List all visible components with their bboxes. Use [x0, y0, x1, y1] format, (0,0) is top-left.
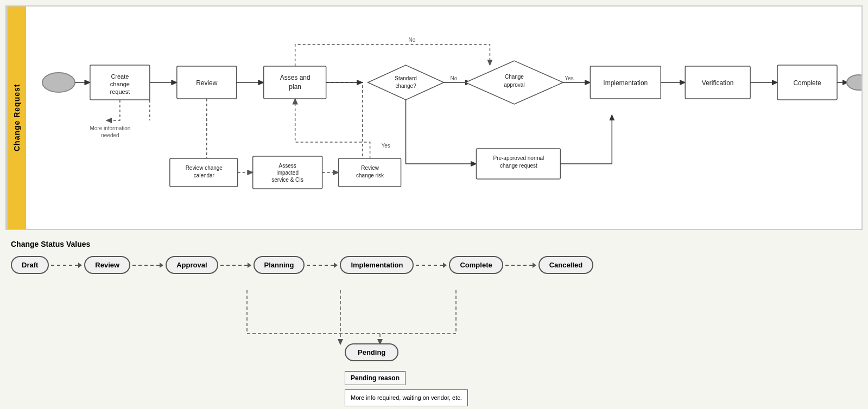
svg-text:Review change: Review change: [186, 165, 223, 171]
svg-text:No: No: [409, 37, 416, 43]
svg-text:plan: plan: [289, 83, 301, 91]
svg-text:Pre-approved normal: Pre-approved normal: [493, 155, 544, 161]
change-request-diagram: Change Request Create change request Mor…: [5, 5, 863, 230]
svg-text:No: No: [450, 75, 457, 81]
svg-text:Assess: Assess: [279, 163, 296, 169]
svg-text:Standard: Standard: [395, 75, 417, 81]
pending-svg: [11, 290, 608, 399]
svg-text:approval: approval: [504, 82, 524, 88]
svg-text:Implementation: Implementation: [603, 79, 648, 87]
pending-reason-box: Pending reason: [345, 371, 406, 385]
svg-text:needed: needed: [101, 132, 119, 138]
pending-node: Pending Pending reason More info require…: [345, 343, 468, 406]
svg-text:change risk: change risk: [356, 172, 384, 178]
svg-text:change?: change?: [395, 83, 416, 89]
diagram-svg: Create change request More information n…: [26, 7, 861, 229]
svg-text:Review: Review: [196, 79, 218, 87]
svg-text:Yes: Yes: [565, 75, 573, 81]
svg-text:calendar: calendar: [194, 172, 215, 178]
status-complete: Complete: [449, 256, 503, 274]
status-planning: Planning: [254, 256, 305, 274]
status-implementation: Implementation: [340, 256, 414, 274]
svg-text:request: request: [110, 88, 130, 95]
svg-text:Asses and: Asses and: [280, 74, 311, 81]
arrow-approval-planning: [220, 263, 251, 268]
arrow-draft-review: [51, 263, 82, 268]
arrow-planning-implementation: [307, 263, 338, 268]
status-flow: Draft Review Approval Planning Implement…: [11, 256, 857, 274]
svg-text:More information: More information: [90, 125, 130, 131]
arrow-review-approval: [132, 263, 163, 268]
pending-detail-box: More info required, waiting on vendor, e…: [345, 389, 468, 406]
svg-text:Review: Review: [361, 165, 379, 171]
arrow-complete-cancelled: [505, 263, 536, 268]
status-section: Change Status Values Draft Review Approv…: [5, 240, 863, 399]
status-approval: Approval: [166, 256, 218, 274]
arrow-implementation-complete: [416, 263, 447, 268]
svg-text:change request: change request: [500, 163, 537, 169]
svg-point-40: [847, 75, 861, 90]
svg-text:Create: Create: [111, 73, 129, 80]
svg-text:Verification: Verification: [702, 79, 734, 87]
svg-text:Yes: Yes: [382, 143, 390, 149]
swim-lane-label: Change Request: [7, 7, 26, 229]
status-review: Review: [84, 256, 130, 274]
svg-text:change: change: [110, 81, 130, 87]
svg-text:Complete: Complete: [793, 79, 821, 87]
status-draft: Draft: [11, 256, 49, 274]
status-cancelled: Cancelled: [538, 256, 593, 274]
section-title: Change Status Values: [11, 240, 857, 248]
svg-text:Change: Change: [505, 74, 524, 80]
svg-text:service & CIs: service & CIs: [271, 177, 303, 183]
svg-point-0: [42, 73, 75, 92]
diagram-content: Create change request More information n…: [26, 7, 861, 229]
svg-text:impacted: impacted: [276, 170, 299, 176]
pending-area: Pending Pending reason More info require…: [11, 290, 608, 399]
